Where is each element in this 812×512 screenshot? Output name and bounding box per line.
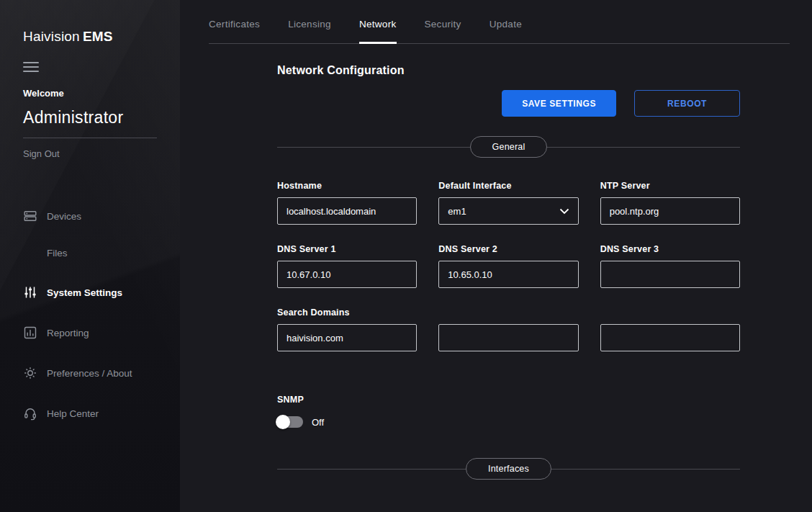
hostname-label: Hostname bbox=[277, 181, 417, 191]
gear-icon bbox=[23, 366, 37, 380]
page-title: Network Configuration bbox=[277, 64, 740, 77]
tab-licensing[interactable]: Licensing bbox=[288, 0, 331, 43]
default-interface-value: em1 bbox=[448, 206, 466, 217]
dns-server-1-input[interactable] bbox=[277, 261, 417, 288]
sidebar-item-label: Help Center bbox=[47, 408, 99, 419]
sign-out-link[interactable]: Sign Out bbox=[23, 148, 60, 159]
sidebar: HaivisionEMS Welcome Administrator Sign … bbox=[0, 0, 180, 512]
headset-icon bbox=[23, 406, 37, 421]
app-logo: HaivisionEMS bbox=[23, 29, 157, 45]
general-form: Hostname Default Interface em1 NTP Serve… bbox=[277, 181, 740, 351]
search-domain-2-field bbox=[438, 324, 578, 351]
logo-product: EMS bbox=[83, 29, 113, 44]
search-domain-3-field bbox=[600, 324, 740, 351]
chevron-down-icon bbox=[559, 208, 569, 215]
sidebar-nav: Devices Files System Settings bbox=[23, 202, 157, 428]
snmp-toggle-row: Off bbox=[277, 416, 740, 428]
dns-server-3-field: DNS Server 3 bbox=[600, 244, 740, 288]
tab-network[interactable]: Network bbox=[359, 0, 397, 43]
snmp-toggle[interactable] bbox=[277, 416, 303, 428]
search-domain-3-input[interactable] bbox=[600, 324, 740, 351]
dns-server-1-field: DNS Server 1 bbox=[277, 244, 417, 288]
sidebar-item-devices[interactable]: Devices bbox=[23, 202, 157, 230]
search-domain-2-input[interactable] bbox=[438, 324, 578, 351]
devices-icon bbox=[23, 209, 37, 223]
save-settings-button[interactable]: SAVE SETTINGS bbox=[502, 90, 616, 117]
snmp-label: SNMP bbox=[277, 395, 740, 405]
general-section-toggle[interactable]: General bbox=[470, 136, 548, 158]
hostname-input[interactable] bbox=[277, 197, 417, 225]
ntp-server-input[interactable] bbox=[600, 197, 740, 225]
dns-server-2-field: DNS Server 2 bbox=[438, 244, 578, 288]
action-buttons: SAVE SETTINGS REBOOT bbox=[277, 90, 740, 117]
default-interface-select[interactable]: em1 bbox=[438, 197, 578, 225]
dns-server-3-input[interactable] bbox=[600, 261, 740, 288]
tab-security[interactable]: Security bbox=[425, 0, 461, 43]
sliders-icon bbox=[23, 285, 37, 300]
snmp-block: SNMP Off bbox=[277, 395, 740, 428]
bar-chart-icon bbox=[23, 325, 37, 340]
default-interface-field: Default Interface em1 bbox=[438, 181, 578, 225]
sidebar-item-preferences[interactable]: Preferences / About bbox=[23, 359, 157, 387]
app-window: HaivisionEMS Welcome Administrator Sign … bbox=[0, 0, 812, 512]
sidebar-item-files[interactable]: Files bbox=[23, 242, 157, 264]
general-section-divider: General bbox=[277, 136, 740, 158]
sidebar-item-reporting[interactable]: Reporting bbox=[23, 318, 157, 347]
dns-server-1-label: DNS Server 1 bbox=[277, 244, 417, 254]
search-domains-input[interactable] bbox=[277, 324, 417, 351]
sidebar-item-help-center[interactable]: Help Center bbox=[23, 399, 157, 428]
ntp-server-field: NTP Server bbox=[600, 181, 740, 225]
snmp-toggle-knob bbox=[276, 415, 290, 429]
ntp-server-label: NTP Server bbox=[600, 181, 740, 191]
reboot-button[interactable]: REBOOT bbox=[634, 90, 740, 117]
sidebar-item-label: Devices bbox=[47, 211, 81, 222]
network-configuration-panel: Network Configuration SAVE SETTINGS REBO… bbox=[277, 64, 740, 480]
username: Administrator bbox=[23, 108, 157, 127]
sidebar-divider bbox=[23, 138, 157, 138]
tab-bar: Certificates Licensing Network Security … bbox=[209, 0, 790, 44]
hamburger-menu-icon[interactable] bbox=[23, 62, 39, 72]
default-interface-label: Default Interface bbox=[438, 181, 578, 191]
search-domains-label: Search Domains bbox=[277, 307, 417, 318]
sidebar-item-system-settings[interactable]: System Settings bbox=[23, 278, 157, 307]
welcome-label: Welcome bbox=[23, 88, 157, 99]
interfaces-section-divider: Interfaces bbox=[277, 458, 740, 480]
tab-update[interactable]: Update bbox=[490, 0, 522, 43]
search-domains-field: Search Domains bbox=[277, 307, 417, 351]
dns-server-3-label: DNS Server 3 bbox=[600, 244, 740, 254]
sidebar-item-label: Reporting bbox=[47, 328, 89, 338]
sidebar-item-label: System Settings bbox=[47, 287, 122, 298]
sidebar-item-label: Preferences / About bbox=[47, 368, 132, 379]
hostname-field: Hostname bbox=[277, 181, 417, 225]
logo-brand: Haivision bbox=[23, 29, 80, 44]
tab-certificates[interactable]: Certificates bbox=[209, 0, 260, 43]
sidebar-item-label: Files bbox=[47, 248, 68, 259]
dns-server-2-input[interactable] bbox=[438, 261, 578, 288]
main-content: Certificates Licensing Network Security … bbox=[180, 0, 812, 512]
interfaces-section-toggle[interactable]: Interfaces bbox=[466, 458, 551, 480]
dns-server-2-label: DNS Server 2 bbox=[438, 244, 578, 254]
snmp-state-label: Off bbox=[312, 417, 324, 428]
